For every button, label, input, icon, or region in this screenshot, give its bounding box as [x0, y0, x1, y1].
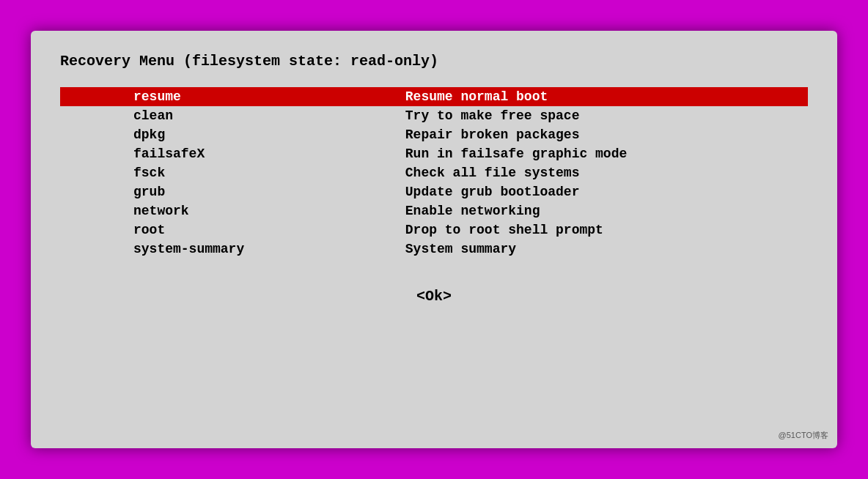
menu-item-network[interactable]: networkEnable networking [60, 201, 808, 220]
menu-desc-clean: Try to make free space [391, 106, 808, 125]
menu-cmd-dpkg: dpkg [60, 125, 391, 144]
menu-item-root[interactable]: rootDrop to root shell prompt [60, 220, 808, 240]
menu-desc-grub: Update grub bootloader [391, 182, 808, 201]
menu-item-grub[interactable]: grubUpdate grub bootloader [60, 182, 808, 201]
menu-cmd-network: network [60, 201, 391, 220]
menu-desc-system-summary: System summary [391, 240, 808, 259]
screen-title: Recovery Menu (filesystem state: read-on… [60, 53, 808, 70]
menu-cmd-system-summary: system-summary [60, 240, 391, 259]
menu-desc-resume: Resume normal boot [391, 87, 808, 106]
recovery-screen: Recovery Menu (filesystem state: read-on… [31, 31, 837, 448]
menu-item-resume[interactable]: resumeResume normal boot [60, 87, 808, 106]
menu-cmd-resume: resume [60, 87, 391, 106]
menu-table: resumeResume normal bootcleanTry to make… [60, 87, 808, 259]
menu-desc-root: Drop to root shell prompt [391, 220, 808, 240]
menu-item-system-summary[interactable]: system-summarySystem summary [60, 240, 808, 259]
menu-desc-failsafeX: Run in failsafe graphic mode [391, 144, 808, 163]
menu-desc-dpkg: Repair broken packages [391, 125, 808, 144]
menu-cmd-fsck: fsck [60, 163, 391, 182]
menu-cmd-root: root [60, 220, 391, 240]
menu-cmd-grub: grub [60, 182, 391, 201]
menu-item-dpkg[interactable]: dpkgRepair broken packages [60, 125, 808, 144]
menu-desc-network: Enable networking [391, 201, 808, 220]
menu-cmd-clean: clean [60, 106, 391, 125]
menu-cmd-failsafeX: failsafeX [60, 144, 391, 163]
ok-button[interactable]: <Ok> [416, 288, 452, 305]
menu-desc-fsck: Check all file systems [391, 163, 808, 182]
menu-item-fsck[interactable]: fsckCheck all file systems [60, 163, 808, 182]
watermark: @51CTO博客 [779, 430, 828, 441]
menu-item-clean[interactable]: cleanTry to make free space [60, 106, 808, 125]
ok-button-container: <Ok> [60, 288, 808, 305]
menu-item-failsafeX[interactable]: failsafeXRun in failsafe graphic mode [60, 144, 808, 163]
